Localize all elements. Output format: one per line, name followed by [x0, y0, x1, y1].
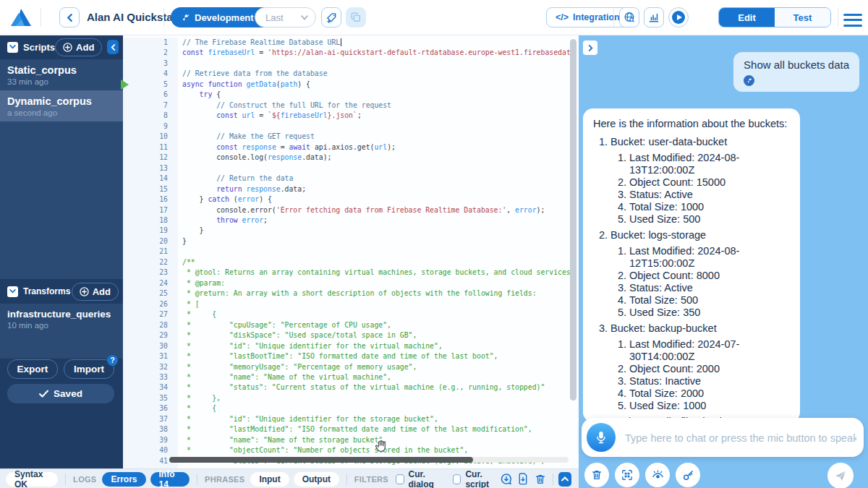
transforms-label: Transforms — [23, 286, 72, 296]
chevron-left-icon — [66, 14, 74, 22]
bucket-fields: Last Modified: 2024-07-30T14:00:00ZObjec… — [610, 338, 790, 412]
info-filter-pill[interactable]: Info 14 — [150, 472, 190, 487]
line-number: 35 — [123, 393, 178, 403]
back-button[interactable] — [59, 7, 80, 27]
horizontal-scrollbar-track[interactable] — [169, 457, 569, 463]
line-number: 26 — [123, 299, 178, 309]
auth-key-button[interactable] — [676, 463, 700, 487]
divider — [163, 8, 164, 27]
scripts-label: Scripts — [23, 42, 55, 53]
sidebar-collapse-button[interactable] — [107, 40, 119, 54]
bucket-field: Object Count: 2000 — [629, 363, 790, 375]
divider — [65, 474, 66, 485]
check-icon — [39, 390, 48, 398]
code-line: * @param: — [182, 278, 569, 288]
menu-button[interactable] — [843, 10, 862, 30]
microphone-icon — [595, 431, 607, 444]
tag-version-button[interactable] — [321, 7, 341, 27]
script-item-dynamic-corpus[interactable]: Dynamic_corpus a second ago — [0, 90, 123, 121]
code-line: // Return the data — [182, 174, 569, 184]
line-number: 2 — [123, 48, 178, 58]
vertical-scrollbar[interactable] — [570, 39, 576, 401]
line-number: 36 — [123, 403, 178, 414]
chevron-right-icon — [587, 45, 594, 51]
code-line: try { — [182, 90, 569, 100]
expand-logs-button[interactable] — [558, 472, 571, 487]
code-area[interactable]: // The Firebase Realtime Database URLcon… — [182, 38, 569, 466]
code-line: // Construct the full URL for the reques… — [182, 100, 569, 111]
bucket-fields: Last Modified: 2024-08-12T15:00:00ZObjec… — [610, 245, 790, 319]
qr-code-icon — [621, 469, 633, 481]
file-download-icon — [517, 473, 529, 485]
sidebar: Scripts Add Static_corpus 33 min ago Dyn… — [0, 35, 123, 468]
wrench-icon — [180, 13, 190, 22]
paper-plane-icon — [834, 469, 847, 482]
scripts-list: Static_corpus 33 min ago Dynamic_corpus … — [0, 59, 123, 279]
add-transform-button[interactable]: Add — [72, 283, 119, 301]
errors-filter-pill[interactable]: Errors — [102, 472, 145, 487]
tab-test[interactable]: Test — [775, 8, 830, 27]
line-number-gutter: 1234567891011121314151617181920212223242… — [123, 38, 178, 468]
globe-search-icon — [624, 12, 635, 23]
run-script-arrow-icon[interactable] — [121, 80, 129, 90]
code-line: * { — [182, 309, 569, 320]
code-line: * "status": "Current status of the virtu… — [182, 382, 569, 393]
clear-dialog-button[interactable] — [584, 463, 609, 487]
send-button[interactable] — [827, 463, 854, 488]
code-line: } — [182, 236, 569, 247]
line-number: 37 — [123, 414, 178, 424]
line-number: 22 — [123, 257, 178, 267]
line-number: 7 — [123, 100, 178, 111]
line-number: 32 — [123, 362, 178, 372]
language-button[interactable] — [619, 7, 639, 27]
code-line — [182, 163, 569, 174]
version-select[interactable]: Last — [255, 7, 316, 27]
line-number: 21 — [123, 247, 178, 257]
clear-logs-button[interactable] — [534, 471, 547, 487]
chat-input-bar — [582, 418, 864, 457]
panel-expand-button[interactable] — [583, 40, 597, 55]
line-number: 34 — [123, 382, 178, 393]
chevron-down-icon — [301, 15, 308, 20]
divider — [41, 8, 41, 27]
run-dialog-button[interactable] — [668, 7, 689, 27]
cur-dialog-checkbox[interactable] — [396, 474, 404, 484]
input-filter-pill[interactable]: Input — [250, 472, 289, 487]
line-number: 28 — [123, 320, 178, 330]
transform-item-infrastructure-queries[interactable]: infrastructure_queries 10 min ago — [0, 304, 123, 334]
top-bar: Alan AI Quickstart Development Last < — [0, 0, 868, 35]
edit-test-toggle: Edit Test — [718, 7, 831, 27]
code-line: * "name": "Name of the storage bucket", — [182, 435, 569, 445]
analytics-button[interactable] — [644, 7, 664, 27]
output-filter-pill[interactable]: Output — [294, 472, 339, 487]
code-editor[interactable]: 1234567891011121314151617181920212223242… — [123, 35, 579, 468]
duplicate-button[interactable] — [346, 7, 366, 27]
syntax-status-pill[interactable]: Syntax OK — [6, 472, 58, 487]
visual-state-button[interactable] — [645, 463, 670, 487]
tab-edit[interactable]: Edit — [719, 8, 775, 27]
scripts-header: Scripts Add — [0, 35, 123, 59]
horizontal-scrollbar-thumb[interactable] — [169, 457, 473, 463]
import-help-badge[interactable]: ? — [107, 355, 118, 366]
mic-button[interactable] — [587, 423, 616, 452]
bucket-field: Object Count: 8000 — [629, 270, 790, 282]
bucket-field: Last Modified: 2024-08-13T12:00:00Z — [629, 152, 790, 176]
phrases-label: PHRASES — [205, 475, 244, 484]
bucket-field: Total Size: 1000 — [629, 201, 790, 213]
add-script-button[interactable]: Add — [55, 38, 102, 56]
scripts-collapse-toggle[interactable] — [7, 42, 18, 53]
filters-label: FILTERS — [354, 475, 388, 484]
transforms-collapse-toggle[interactable] — [7, 286, 18, 297]
cur-script-checkbox[interactable] — [453, 474, 461, 484]
qr-scan-button[interactable] — [615, 463, 639, 487]
bot-message-intro: Here is the information about the bucket… — [593, 118, 790, 130]
divider — [613, 8, 614, 27]
download-dialog-button[interactable] — [500, 471, 513, 487]
chat-text-input[interactable] — [624, 418, 858, 458]
chevron-down-icon — [9, 289, 16, 294]
script-item-static-corpus[interactable]: Static_corpus 33 min ago — [0, 59, 123, 90]
line-number: 39 — [123, 435, 178, 445]
saved-status-button[interactable]: Saved — [7, 384, 114, 403]
download-logs-button[interactable] — [517, 471, 530, 487]
export-button[interactable]: Export — [7, 359, 58, 379]
